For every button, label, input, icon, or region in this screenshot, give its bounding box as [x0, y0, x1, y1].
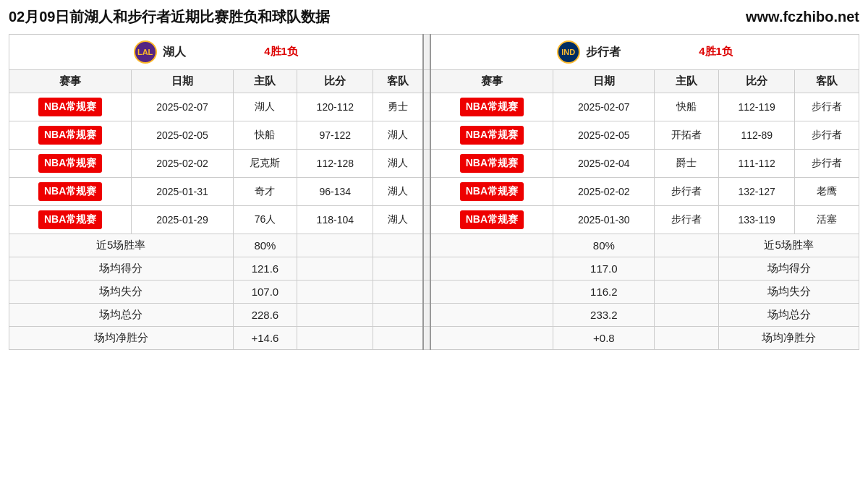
lal-game-away-2: 湖人: [373, 150, 423, 178]
divider-4: [423, 206, 430, 234]
stats-divider-avg_margin: [423, 327, 430, 350]
ind-record: 4胜1负: [699, 45, 733, 57]
ind-game-score-4: 133-119: [719, 206, 795, 234]
ind-game-date-4: 2025-01-30: [553, 206, 655, 234]
ind-game-date-0: 2025-02-07: [553, 93, 655, 121]
ind-game-away-3: 老鹰: [795, 178, 859, 206]
team-header-row: LAL 湖人 4胜1负 IND 步行者 4胜1负: [9, 35, 859, 70]
lal-stat-label-win_rate: 近5场胜率: [9, 234, 234, 257]
lal-stat-value-avg_concede: 107.0: [233, 281, 297, 304]
ind-stat-label-avg_margin: 场均净胜分: [719, 327, 859, 350]
ind-stat-value-win_rate: 80%: [553, 234, 655, 257]
ind-game-away-4: 活塞: [795, 206, 859, 234]
ind-col-away: 客队: [795, 70, 859, 93]
lal-game-away-1: 湖人: [373, 121, 423, 150]
ind-col-home: 主队: [655, 70, 719, 93]
lal-game-away-4: 湖人: [373, 206, 423, 234]
divider-2: [423, 150, 430, 178]
ind-stat-value-avg_total: 233.2: [553, 304, 655, 327]
lal-col-away: 客队: [373, 70, 423, 93]
ind-game-type-1: NBA常规赛: [430, 121, 553, 150]
lal-game-away-3: 湖人: [373, 178, 423, 206]
lal-game-away-0: 勇士: [373, 93, 423, 121]
lal-game-date-4: 2025-01-29: [132, 206, 233, 234]
divider-0: [423, 93, 430, 121]
ind-game-type-3: NBA常规赛: [430, 178, 553, 206]
lal-game-score-3: 96-134: [297, 178, 373, 206]
game-row: NBA常规赛 2025-02-05 快船 97-122 湖人 NBA常规赛 20…: [9, 121, 859, 150]
ind-game-score-3: 132-127: [719, 178, 795, 206]
lal-col-home: 主队: [233, 70, 297, 93]
lal-game-home-3: 奇才: [233, 178, 297, 206]
page-title: 02月09日前湖人和步行者近期比赛胜负和球队数据: [9, 7, 331, 27]
game-row: NBA常规赛 2025-02-02 尼克斯 112-128 湖人 NBA常规赛 …: [9, 150, 859, 178]
stats-divider-avg_total: [423, 304, 430, 327]
game-row: NBA常规赛 2025-01-29 76人 118-104 湖人 NBA常规赛 …: [9, 206, 859, 234]
ind-game-date-2: 2025-02-04: [553, 150, 655, 178]
ind-game-date-3: 2025-02-02: [553, 178, 655, 206]
lal-game-date-0: 2025-02-07: [132, 93, 233, 121]
ind-game-score-1: 112-89: [719, 121, 795, 150]
lal-game-home-2: 尼克斯: [233, 150, 297, 178]
ind-game-home-2: 爵士: [655, 150, 719, 178]
center-divider-col: [423, 70, 430, 93]
lal-game-score-1: 97-122: [297, 121, 373, 150]
lal-stat-label-avg_total: 场均总分: [9, 304, 234, 327]
col-header-row: 赛事 日期 主队 比分 客队 赛事 日期 主队 比分 客队: [9, 70, 859, 93]
ind-game-away-0: 步行者: [795, 93, 859, 121]
ind-col-event: 赛事: [430, 70, 553, 93]
lal-team-name: 湖人: [163, 46, 186, 58]
ind-game-type-0: NBA常规赛: [430, 93, 553, 121]
lal-game-home-4: 76人: [233, 206, 297, 234]
game-row: NBA常规赛 2025-01-31 奇才 96-134 湖人 NBA常规赛 20…: [9, 178, 859, 206]
main-table: LAL 湖人 4胜1负 IND 步行者 4胜1负 赛事 日期 主队: [9, 34, 859, 350]
ind-game-score-0: 112-119: [719, 93, 795, 121]
game-row: NBA常规赛 2025-02-07 湖人 120-112 勇士 NBA常规赛 2…: [9, 93, 859, 121]
ind-col-score: 比分: [719, 70, 795, 93]
stats-divider-avg_score: [423, 257, 430, 281]
ind-stat-value-avg_score: 117.0: [553, 257, 655, 281]
lal-col-score: 比分: [297, 70, 373, 93]
lal-stat-value-avg_margin: +14.6: [233, 327, 297, 350]
ind-stat-label-avg_score: 场均得分: [719, 257, 859, 281]
ind-stat-label-avg_total: 场均总分: [719, 304, 859, 327]
lal-game-score-2: 112-128: [297, 150, 373, 178]
ind-game-home-4: 步行者: [655, 206, 719, 234]
lal-game-type-0: NBA常规赛: [9, 93, 132, 121]
lal-game-date-1: 2025-02-05: [132, 121, 233, 150]
lal-game-type-4: NBA常规赛: [9, 206, 132, 234]
lal-stat-value-win_rate: 80%: [233, 234, 297, 257]
ind-game-type-4: NBA常规赛: [430, 206, 553, 234]
lal-col-date: 日期: [132, 70, 233, 93]
ind-game-home-1: 开拓者: [655, 121, 719, 150]
lal-logo: LAL: [134, 40, 157, 64]
ind-stat-value-avg_margin: +0.8: [553, 327, 655, 350]
lal-record: 4胜1负: [264, 45, 298, 57]
lal-game-home-1: 快船: [233, 121, 297, 150]
ind-game-home-0: 快船: [655, 93, 719, 121]
lal-game-type-3: NBA常规赛: [9, 178, 132, 206]
ind-game-date-1: 2025-02-05: [553, 121, 655, 150]
website-url: www.fczhibo.net: [746, 9, 859, 25]
lal-stat-label-avg_score: 场均得分: [9, 257, 234, 281]
ind-game-away-1: 步行者: [795, 121, 859, 150]
divider-3: [423, 178, 430, 206]
stats-divider-avg_concede: [423, 281, 430, 304]
lal-game-type-1: NBA常规赛: [9, 121, 132, 150]
ind-col-date: 日期: [553, 70, 655, 93]
ind-stat-label-win_rate: 近5场胜率: [719, 234, 859, 257]
lal-game-score-0: 120-112: [297, 93, 373, 121]
ind-team-name: 步行者: [586, 46, 621, 58]
lal-game-score-4: 118-104: [297, 206, 373, 234]
lal-stat-value-avg_score: 121.6: [233, 257, 297, 281]
ind-game-home-3: 步行者: [655, 178, 719, 206]
lal-stat-value-avg_total: 228.6: [233, 304, 297, 327]
ind-stat-value-avg_concede: 116.2: [553, 281, 655, 304]
page-wrapper: 02月09日前湖人和步行者近期比赛胜负和球队数据 www.fczhibo.net…: [0, 0, 868, 357]
divider-1: [423, 121, 430, 150]
lal-game-type-2: NBA常规赛: [9, 150, 132, 178]
stats-row-win_rate: 近5场胜率 80% 80% 近5场胜率: [9, 234, 859, 257]
lal-game-date-3: 2025-01-31: [132, 178, 233, 206]
header-row: 02月09日前湖人和步行者近期比赛胜负和球队数据 www.fczhibo.net: [9, 7, 859, 27]
lal-col-event: 赛事: [9, 70, 132, 93]
